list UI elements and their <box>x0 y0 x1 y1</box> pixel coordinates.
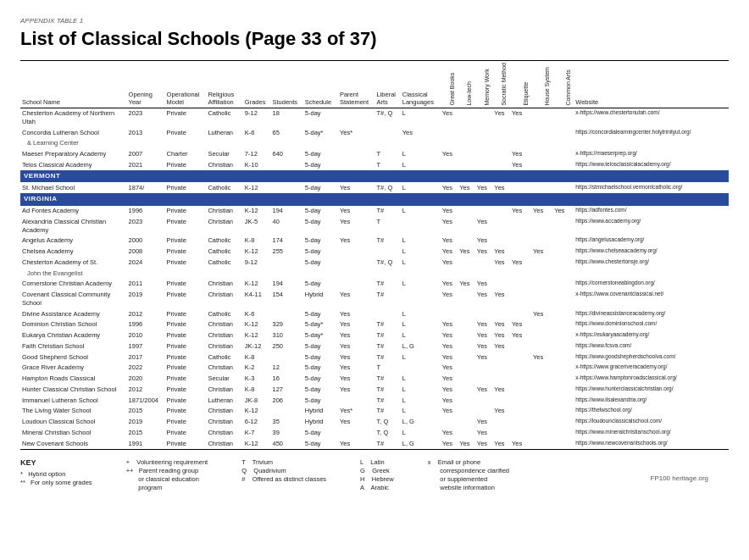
table-row: Hunter Classical Christian School2012Pri… <box>20 384 729 395</box>
table-cell <box>552 257 574 268</box>
table-cell <box>510 138 531 149</box>
table-cell <box>531 159 552 170</box>
col-header-relig: ReligiousAffiliation <box>206 61 242 108</box>
table-cell: John the Evangelist <box>20 268 127 279</box>
table-row: Alexandria Classical Christian Academy20… <box>20 216 729 236</box>
table-cell: Yes <box>441 427 458 438</box>
table-cell: Yes <box>475 236 493 247</box>
table-cell <box>475 406 493 417</box>
table-cell <box>338 395 375 406</box>
table-cell: 2021 <box>127 159 165 170</box>
table-row: Covenant Classical Community School2019P… <box>20 290 729 309</box>
table-cell: JK-5 <box>243 216 271 236</box>
table-cell: Yes <box>492 319 510 330</box>
col-header-great: Great Books <box>441 61 458 108</box>
table-cell: 5-day <box>303 182 338 193</box>
table-cell <box>458 149 475 160</box>
table-cell: L <box>401 257 441 268</box>
table-cell <box>492 363 510 374</box>
table-cell <box>375 127 401 138</box>
table-cell <box>458 395 475 406</box>
table-cell: Christian <box>206 406 242 417</box>
table-cell: 2022 <box>127 363 165 374</box>
table-cell: https://www.mineralchristianschool.org/ <box>574 427 729 438</box>
table-cell: 5-day <box>303 384 338 395</box>
table-cell <box>531 108 552 127</box>
table-cell: K-6 <box>243 127 271 138</box>
table-cell: Covenant Classical Community School <box>20 290 127 309</box>
col-header-website: Website <box>574 61 729 108</box>
table-cell: Yes <box>475 279 493 290</box>
table-cell: 35 <box>270 417 302 428</box>
table-cell: Yes <box>510 149 531 160</box>
table-cell: Yes <box>338 290 375 309</box>
table-cell: Yes <box>475 427 493 438</box>
key-item: or supplemented <box>428 475 509 483</box>
table-cell <box>552 341 574 352</box>
table-cell <box>510 279 531 290</box>
table-cell: 640 <box>270 149 302 160</box>
table-cell <box>206 268 242 279</box>
table-cell: Yes <box>510 206 531 217</box>
table-cell: Private <box>165 363 207 374</box>
table-cell <box>510 427 531 438</box>
table-cell: Private <box>165 438 207 449</box>
table-cell: Yes <box>475 438 493 449</box>
table-row: Chesterton Academy of St.2024PrivateCath… <box>20 257 729 268</box>
table-cell <box>510 247 531 258</box>
table-cell: L <box>401 149 441 160</box>
table-cell: T# <box>375 352 401 363</box>
table-cell: Yes <box>441 438 458 449</box>
table-cell: Hybrid <box>303 406 338 417</box>
table-cell <box>165 268 207 279</box>
table-cell: Secular <box>206 149 242 160</box>
table-row: Maeser Preparatory Academy2007CharterSec… <box>20 149 729 160</box>
table-cell <box>531 216 552 236</box>
key-title: KEY <box>20 458 92 467</box>
table-cell <box>338 257 375 268</box>
table-cell <box>510 236 531 247</box>
table-cell <box>401 138 441 149</box>
table-cell: Yes <box>552 206 574 217</box>
key-item: or classical education <box>126 475 208 483</box>
table-cell: Private <box>165 384 207 395</box>
table-cell <box>441 417 458 428</box>
table-cell <box>458 341 475 352</box>
table-cell: Faith Christian School <box>20 341 127 352</box>
table-cell: JK-8 <box>243 395 271 406</box>
table-cell: Yes* <box>338 406 375 417</box>
table-cell: Yes <box>510 438 531 449</box>
table-cell: L <box>401 427 441 438</box>
table-cell: 2020 <box>127 374 165 385</box>
table-cell <box>127 268 165 279</box>
table-cell: Yes <box>475 319 493 330</box>
key-item: ++ Parent reading group <box>126 467 208 474</box>
table-cell <box>338 159 375 170</box>
table-cell: https://www.fcsva.com/ <box>574 341 729 352</box>
table-cell <box>552 417 574 428</box>
table-cell <box>552 427 574 438</box>
table-cell: Yes <box>338 384 375 395</box>
table-cell: 206 <box>270 395 302 406</box>
table-cell <box>441 308 458 319</box>
table-cell: Private <box>165 290 207 309</box>
table-cell: Private <box>165 330 207 341</box>
table-cell: 40 <box>270 216 302 236</box>
table-cell <box>375 247 401 258</box>
col-header-grades: Grades <box>243 61 271 108</box>
table-cell: Yes <box>475 247 493 258</box>
table-cell: Dominion Christian School <box>20 319 127 330</box>
key-item: Q Quadrivium <box>241 467 326 474</box>
table-cell: https://stmichaelschool.vermontcatholic.… <box>574 182 729 193</box>
table-cell <box>458 427 475 438</box>
key-item: # Offered as distinct classes <box>241 475 326 483</box>
table-cell: 5-day <box>303 216 338 236</box>
key-item: A Arabic <box>360 484 394 491</box>
table-cell <box>510 127 531 138</box>
footer: FP100 heritage.org <box>651 474 709 482</box>
table-cell: Christian <box>206 438 242 449</box>
table-row: John the Evangelist <box>20 268 729 279</box>
table-cell <box>531 127 552 138</box>
table-cell: 5-day <box>303 427 338 438</box>
table-cell: JK-12 <box>243 341 271 352</box>
